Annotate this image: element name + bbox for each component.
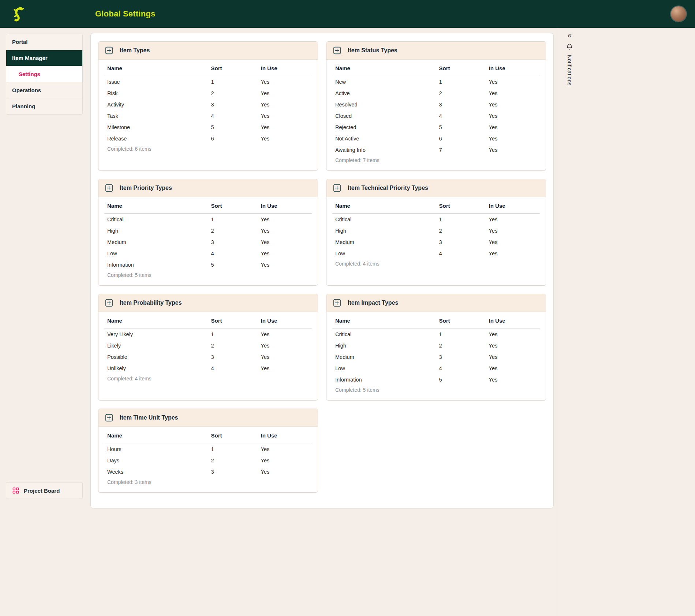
table-row[interactable]: Medium3Yes — [104, 236, 312, 248]
card-title: Item Priority Types — [120, 185, 172, 191]
table-header-row: NameSortIn Use — [104, 428, 312, 443]
column-header-name: Name — [104, 60, 208, 76]
table-row[interactable]: Task4Yes — [104, 110, 312, 121]
sidebar-item-operations[interactable]: Operations — [6, 82, 82, 98]
add-item-button[interactable] — [332, 183, 342, 193]
table-row[interactable]: Release6Yes — [104, 133, 312, 144]
card-title: Item Probability Types — [120, 300, 182, 306]
items-table: NameSortIn Use Critical1YesHigh2YesMediu… — [332, 313, 540, 385]
card-header: Item Priority Types — [98, 179, 318, 197]
table-row[interactable]: Critical1Yes — [332, 214, 540, 225]
settings-card: Item Technical Priority Types NameSortIn… — [326, 179, 546, 286]
table-row[interactable]: Not Active6Yes — [332, 133, 540, 144]
item-sort-cell: 7 — [436, 144, 486, 155]
plus-square-icon — [332, 298, 342, 308]
card-header: Item Technical Priority Types — [326, 179, 546, 197]
notifications-label: Notifications — [567, 55, 572, 86]
column-header-sort: Sort — [436, 60, 486, 76]
item-sort-cell: 4 — [436, 110, 486, 121]
item-sort-cell: 4 — [208, 363, 258, 374]
item-sort-cell: 1 — [208, 214, 258, 225]
table-row[interactable]: Resolved3Yes — [332, 99, 540, 110]
add-item-button[interactable] — [332, 298, 342, 308]
table-row[interactable]: Information5Yes — [332, 374, 540, 385]
item-sort-cell: 3 — [436, 351, 486, 363]
card-body: NameSortIn Use Very Likely1YesLikely2Yes… — [98, 312, 318, 389]
expand-notifications-chevron-icon[interactable]: « — [567, 31, 571, 39]
table-row[interactable]: High2Yes — [332, 340, 540, 351]
item-name-cell: Release — [104, 133, 208, 144]
item-name-cell: Medium — [332, 351, 436, 363]
grid-icon — [12, 487, 19, 494]
item-inuse-cell: Yes — [258, 248, 312, 259]
table-row[interactable]: Unlikely4Yes — [104, 363, 312, 374]
add-item-button[interactable] — [104, 298, 114, 308]
item-name-cell: Days — [104, 455, 208, 466]
settings-card: Item Time Unit Types NameSortIn Use Hour… — [98, 409, 318, 493]
table-row[interactable]: Low4Yes — [332, 363, 540, 374]
item-sort-cell: 2 — [208, 455, 258, 466]
item-name-cell: Rejected — [332, 121, 436, 133]
table-row[interactable]: Low4Yes — [332, 248, 540, 259]
table-row[interactable]: Milestone5Yes — [104, 121, 312, 133]
table-row[interactable]: Possible3Yes — [104, 351, 312, 363]
table-row[interactable]: Issue1Yes — [104, 76, 312, 88]
bell-icon[interactable] — [566, 43, 573, 50]
table-row[interactable]: Weeks3Yes — [104, 466, 312, 477]
table-row[interactable]: Low4Yes — [104, 248, 312, 259]
card-body: NameSortIn Use New1YesActive2YesResolved… — [326, 60, 546, 170]
column-header-name: Name — [332, 313, 436, 328]
table-row[interactable]: Activity3Yes — [104, 99, 312, 110]
add-item-button[interactable] — [104, 46, 114, 55]
table-row[interactable]: Hours1Yes — [104, 443, 312, 455]
table-row[interactable]: Rejected5Yes — [332, 121, 540, 133]
table-row[interactable]: Critical1Yes — [104, 214, 312, 225]
table-row[interactable]: Very Likely1Yes — [104, 328, 312, 340]
item-inuse-cell: Yes — [486, 363, 540, 374]
table-row[interactable]: Likely2Yes — [104, 340, 312, 351]
item-name-cell: Awaiting Info — [332, 144, 436, 155]
table-row[interactable]: Days2Yes — [104, 455, 312, 466]
table-row[interactable]: Information5Yes — [104, 259, 312, 270]
settings-card: Item Priority Types NameSortIn Use Criti… — [98, 179, 318, 286]
add-item-button[interactable] — [332, 46, 342, 55]
completed-count: Completed: 3 items — [104, 477, 312, 489]
table-row[interactable]: New1Yes — [332, 76, 540, 88]
table-row[interactable]: Medium3Yes — [332, 236, 540, 248]
completed-count: Completed: 5 items — [332, 385, 540, 397]
table-row[interactable]: High2Yes — [332, 225, 540, 236]
sidebar-item-portal[interactable]: Portal — [6, 34, 82, 50]
table-row[interactable]: High2Yes — [104, 225, 312, 236]
item-sort-cell: 1 — [436, 328, 486, 340]
table-row[interactable]: Awaiting Info7Yes — [332, 144, 540, 155]
sidebar-item-item-manager[interactable]: Item Manager — [6, 50, 82, 66]
table-row[interactable]: Closed4Yes — [332, 110, 540, 121]
item-inuse-cell: Yes — [258, 455, 312, 466]
sidebar-item-settings[interactable]: Settings — [6, 66, 82, 82]
avatar[interactable] — [671, 6, 686, 22]
table-header-row: NameSortIn Use — [332, 60, 540, 76]
items-table: NameSortIn Use Hours1YesDays2YesWeeks3Ye… — [104, 428, 312, 477]
plus-square-icon — [104, 298, 114, 308]
item-sort-cell: 2 — [436, 340, 486, 351]
gecko-logo-icon[interactable] — [9, 5, 26, 23]
project-board-button[interactable]: Project Board — [6, 482, 83, 499]
column-header-in-use: In Use — [258, 313, 312, 328]
item-name-cell: Very Likely — [104, 328, 208, 340]
table-row[interactable]: Active2Yes — [332, 87, 540, 99]
sidebar-item-planning[interactable]: Planning — [6, 98, 82, 114]
item-sort-cell: 1 — [436, 76, 486, 88]
item-inuse-cell: Yes — [258, 259, 312, 270]
table-row[interactable]: Medium3Yes — [332, 351, 540, 363]
table-row[interactable]: Critical1Yes — [332, 328, 540, 340]
column-header-in-use: In Use — [258, 60, 312, 76]
item-inuse-cell: Yes — [486, 214, 540, 225]
add-item-button[interactable] — [104, 183, 114, 193]
item-inuse-cell: Yes — [258, 363, 312, 374]
item-inuse-cell: Yes — [258, 443, 312, 455]
item-name-cell: Low — [332, 363, 436, 374]
add-item-button[interactable] — [104, 413, 114, 422]
table-row[interactable]: Risk2Yes — [104, 87, 312, 99]
column-header-name: Name — [104, 313, 208, 328]
table-header-row: NameSortIn Use — [332, 313, 540, 328]
